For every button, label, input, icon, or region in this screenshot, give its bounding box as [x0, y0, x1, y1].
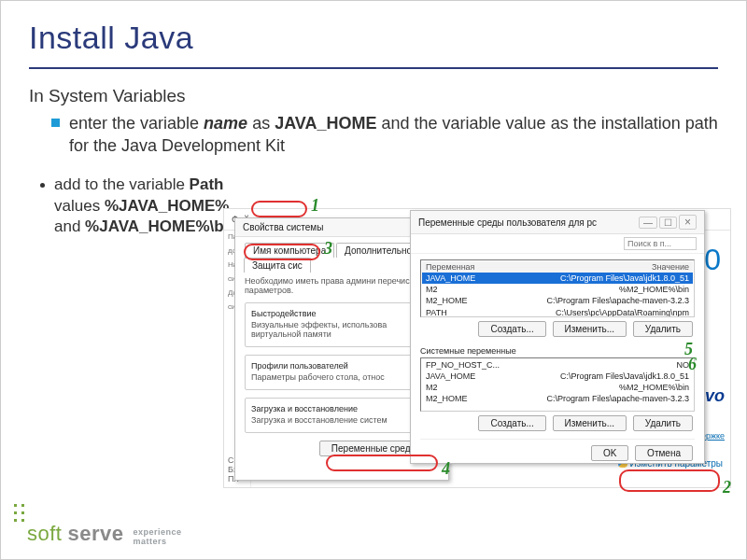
titlebar-minimize-button[interactable]: — [639, 217, 657, 229]
table-row: M2_HOMEC:\Program Files\apache-maven-3.2… [422, 393, 693, 404]
brand-part-1: soft [27, 522, 62, 546]
bullet-2: add to the variable Path values %JAVA_HO… [36, 175, 242, 239]
user-delete-button[interactable]: Удалить [633, 321, 693, 337]
square-bullet-icon [51, 119, 60, 127]
bullet-1-text: enter the variable name as JAVA_HOME and… [69, 112, 718, 158]
titlebar-close-button[interactable]: × [679, 215, 697, 230]
table-row: JAVA_HOME C:\Program Files\Java\jdk1.8.0… [422, 273, 693, 284]
user-edit-button[interactable]: Изменить... [553, 321, 627, 337]
sys-delete-button[interactable]: Удалить [633, 415, 693, 431]
annotation-num-2: 2 [723, 479, 731, 496]
envdlg-title: Переменные среды пользователя для pc [418, 217, 635, 228]
intro-line: In System Variables [29, 86, 718, 106]
user-create-button[interactable]: Создать... [478, 321, 545, 337]
envdlg-body: Переменная Значение JAVA_HOME C:\Program… [411, 254, 704, 467]
slide-title: Install Java [1, 1, 746, 56]
screenshot-composite: Файл Пан дом Нас сис Доп сист s 10 ovo о… [223, 208, 731, 505]
search-input[interactable] [624, 237, 697, 250]
table-row: PATHC:\Users\pc\AppData\Roaming\npm [422, 307, 693, 317]
annotation-num-3: 3 [324, 240, 332, 257]
table-row: M2%M2_HOME%\bin [422, 382, 693, 393]
annotation-num-4: 4 [442, 460, 450, 477]
annotation-num-1: 1 [311, 197, 319, 214]
sys-vars-label: Системные переменные [420, 346, 695, 356]
brand-part-2: serve [67, 522, 123, 546]
sys-vars-list[interactable]: FP_NO_HOST_C...NO JAVA_HOMEC:\Program Fi… [420, 357, 695, 412]
annotation-ring-1 [251, 201, 307, 217]
dot-bullet-icon [40, 183, 45, 188]
annotation-num-6: 6 [688, 356, 697, 372]
table-row: FP_NO_HOST_C...NO [422, 359, 693, 371]
table-row: JAVA_HOMEC:\Program Files\Java\jdk1.8.0_… [422, 371, 693, 382]
annotation-ring-3 [244, 244, 320, 260]
env-vars-dialog: Переменные среды пользователя для pc — ☐… [410, 210, 705, 464]
footer-brand: softserve experiencematters [27, 522, 182, 546]
annotation-ring-4 [326, 455, 438, 471]
table-row: M2_HOMEC:\Program Files\apache-maven-3.2… [422, 295, 693, 306]
annotation-ring-2 [619, 469, 720, 492]
cancel-button[interactable]: Отмена [635, 445, 693, 461]
sys-create-button[interactable]: Создать... [478, 415, 545, 431]
brand-dots-icon [14, 504, 24, 522]
table-row: M2%M2_HOME%\bin [422, 284, 693, 295]
sys-edit-button[interactable]: Изменить... [553, 415, 627, 431]
bullet-2-text: add to the variable Path values %JAVA_HO… [54, 175, 242, 239]
ok-button[interactable]: OK [591, 445, 628, 461]
bullet-1: enter the variable name as JAVA_HOME and… [51, 112, 718, 158]
slide: Install Java In System Variables enter t… [0, 0, 747, 560]
brand-tagline: experiencematters [133, 528, 181, 546]
envdlg-titlebar: Переменные среды пользователя для pc — ☐… [411, 211, 704, 234]
user-vars-list[interactable]: Переменная Значение JAVA_HOME C:\Program… [420, 259, 695, 317]
tab-advanced[interactable]: Дополнительно [336, 243, 420, 258]
titlebar-max-button[interactable]: ☐ [659, 217, 677, 229]
